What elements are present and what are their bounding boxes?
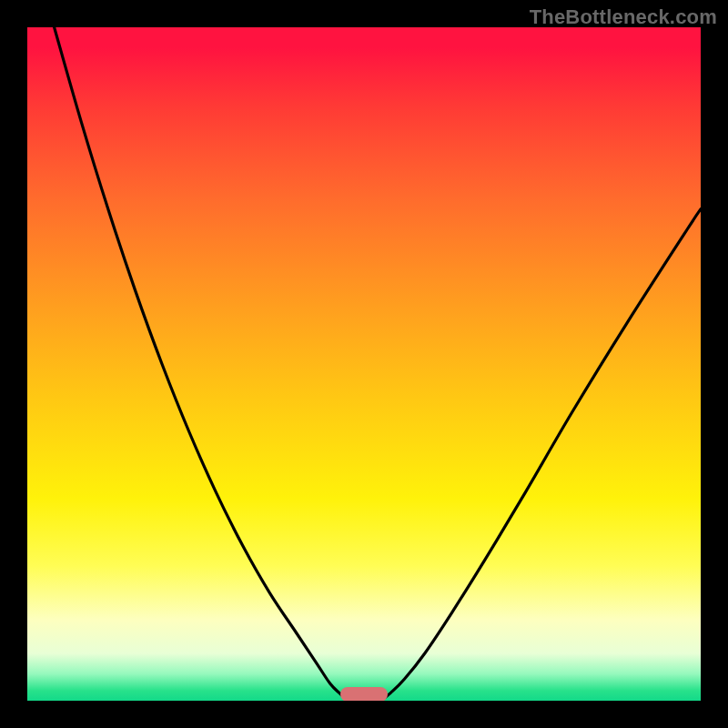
bottleneck-marker (340, 687, 388, 701)
attribution-label: TheBottleneck.com (530, 5, 717, 29)
curve-left-arm (55, 27, 348, 701)
curve-right-arm (381, 209, 702, 701)
chart-frame: TheBottleneck.com (0, 0, 728, 728)
curve-svg (27, 27, 701, 701)
plot-area (27, 27, 701, 701)
